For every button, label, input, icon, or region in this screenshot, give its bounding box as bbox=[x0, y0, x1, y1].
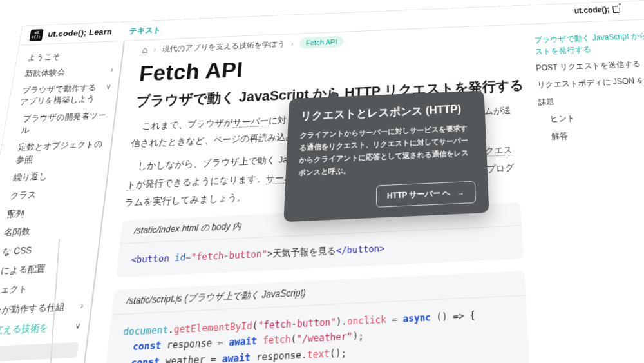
sidebar-item-label: ーが動作する仕組 bbox=[0, 300, 66, 317]
table-of-contents: ブラウザで動く JavaScript から HTTP リクエストを発行するPOS… bbox=[534, 26, 644, 146]
chevron-right-icon: › bbox=[110, 65, 114, 75]
sidebar-item-label: 繰り返し bbox=[12, 170, 48, 184]
sidebar-item-label: 配列 bbox=[6, 208, 26, 221]
sidebar-item[interactable]: 支える技術を∨ bbox=[0, 317, 90, 342]
home-icon[interactable]: ⌂ bbox=[142, 45, 148, 54]
sidebar-item-label: による配置 bbox=[0, 262, 46, 278]
sidebar-item-label: ェクト bbox=[0, 282, 29, 297]
sidebar-item[interactable]: 定数とオブジェクトの参照 bbox=[0, 135, 112, 170]
tooltip-caret-icon bbox=[327, 91, 339, 98]
external-link-icon: ↗ bbox=[612, 6, 620, 13]
chevron-down-icon: ∨ bbox=[105, 81, 111, 92]
sidebar-item-label: な CSS bbox=[1, 244, 33, 259]
sidebar-item-selected[interactable] bbox=[0, 342, 79, 362]
nav-link-text[interactable]: テキスト bbox=[128, 25, 162, 36]
term-tooltip: リクエストとレスポンス (HTTP) クライアントからサーバーに対しサービスを要… bbox=[283, 90, 489, 222]
external-site-label: ut.code(); bbox=[574, 5, 610, 15]
sidebar-item[interactable]: ブラウザの開発者ツール bbox=[3, 106, 116, 140]
external-site-link[interactable]: ut.code(); ↗ bbox=[574, 5, 620, 15]
http-server-link-label: HTTP サーバー へ bbox=[387, 188, 451, 201]
breadcrumb-current-pill[interactable]: Fetch API bbox=[299, 36, 344, 49]
chevron-right-icon: › bbox=[80, 300, 84, 313]
sidebar-item-label: 名関数 bbox=[3, 226, 31, 240]
sidebar-item-label: 支える技術を bbox=[0, 321, 50, 338]
http-server-link-button[interactable]: HTTP サーバー へ → bbox=[375, 181, 476, 207]
brand-title[interactable]: ut.code(); Learn bbox=[47, 28, 113, 39]
breadcrumb-section-link[interactable]: 現代のアプリを支える技術を学ぼう bbox=[162, 39, 285, 54]
paragraph-text: が発行できるようになります。 bbox=[135, 173, 266, 189]
breadcrumb-separator: › bbox=[291, 40, 294, 48]
term-link[interactable]: サーバー bbox=[232, 115, 269, 128]
arrow-right-icon: → bbox=[457, 188, 464, 197]
scene: utc(); ut.code(); Learn テキスト ut.code(); … bbox=[0, 0, 644, 363]
paragraph-text: これまで、ブラウザが bbox=[142, 117, 233, 131]
sidebar-item-label: 新歓体験会 bbox=[24, 67, 66, 80]
chevron-down-icon: ∨ bbox=[74, 320, 82, 333]
sidebar-item[interactable]: ブラウザで動作するアプリを構築しよう∨ bbox=[8, 79, 118, 112]
sidebar-item-label: ブラウザで動作するアプリを構築しよう bbox=[19, 82, 104, 108]
site-page: utc(); ut.code(); Learn テキスト ut.code(); … bbox=[0, 0, 644, 363]
code-cards: /static/index.html の body 内<button id="f… bbox=[100, 202, 560, 363]
breadcrumb-separator: › bbox=[153, 45, 156, 53]
code-card: /static/script.js (ブラウザ上で動く JavaScript)d… bbox=[100, 271, 531, 363]
tooltip-title: リクエストとレスポンス (HTTP) bbox=[300, 102, 473, 124]
sidebar-item-label: クラス bbox=[9, 189, 37, 202]
sidebar-item-label: ブラウザの開発者ツール bbox=[20, 110, 108, 137]
sidebar-item-label: 定数とオブジェクトの参照 bbox=[15, 139, 105, 166]
utcode-logo-icon[interactable]: utc(); bbox=[29, 29, 43, 41]
tooltip-body: クライアントからサーバーに対しサービスを要求する通信をリクエスト、リクエストに対… bbox=[298, 123, 475, 179]
sidebar-item-label: ようこそ bbox=[27, 52, 61, 64]
